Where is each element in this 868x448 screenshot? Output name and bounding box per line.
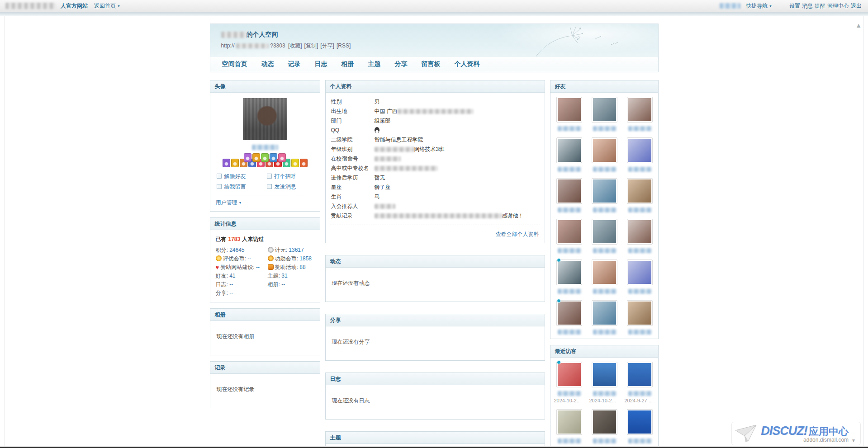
friend-avatar[interactable] [592, 300, 617, 326]
stats-box-header: 统计信息 [210, 218, 320, 230]
nav-tab-5[interactable]: 主题 [368, 60, 381, 68]
discuz-appcenter-logo[interactable]: DISCUZ! 应用中心 addon.dismall.com ▼ [731, 422, 861, 445]
field-text: 网络技术3班 [414, 146, 445, 152]
action-box-icon [267, 184, 272, 189]
url-action-0[interactable]: [收藏] [288, 42, 302, 49]
avatar-action-3[interactable]: 发送消息 [267, 183, 315, 191]
url-action-3[interactable]: [RSS] [337, 42, 351, 49]
nav-tab-1[interactable]: 动态 [261, 60, 274, 68]
user-manage-menu[interactable]: 用户管理▼ [216, 199, 242, 206]
blurred-text [593, 207, 617, 212]
space-title-suffix: 的个人空间 [247, 31, 278, 38]
view-all-profile-link[interactable]: 查看全部个人资料 [496, 231, 539, 237]
friend-avatar[interactable] [627, 97, 653, 123]
friend-avatar[interactable] [556, 97, 582, 123]
visitor-avatar[interactable] [592, 362, 617, 387]
topbar-link-1[interactable]: 消息 [802, 3, 813, 9]
topbar-link-0[interactable]: 设置 [789, 3, 800, 9]
avatar-action-0[interactable]: 解除好友 [217, 173, 265, 180]
scroll-to-top-icon[interactable]: ▲ [855, 22, 862, 29]
blog-box: 日志 现在还没有日志 [325, 373, 545, 420]
url-prefix: http:// [221, 42, 235, 49]
stat-value[interactable]: -- [256, 264, 260, 270]
threads-box-header: 主题 [326, 432, 545, 444]
stat-value[interactable]: -- [229, 281, 233, 288]
url-action-2[interactable]: [分享] [320, 42, 334, 49]
blurred-text [558, 391, 581, 396]
friend-avatar[interactable] [627, 300, 653, 326]
visitor-avatar[interactable] [627, 409, 653, 435]
stat-label: 评优会币: [223, 255, 248, 262]
content-wrapper: 的个人空间 http:// ?3303 [收藏][复制][分享][RSS] 空间… [5, 16, 863, 446]
nav-tab-7[interactable]: 留言板 [422, 60, 441, 68]
blurred-text [593, 439, 617, 443]
friend-avatar[interactable] [556, 300, 582, 326]
nav-tab-4[interactable]: 相册 [342, 60, 354, 68]
avatar-action-2[interactable]: 给我留言 [217, 183, 265, 191]
friend-avatar[interactable] [592, 137, 617, 163]
friend-avatar[interactable] [592, 219, 617, 245]
nav-tab-8[interactable]: 个人资料 [455, 60, 480, 68]
friend-avatar[interactable] [627, 259, 653, 285]
stat-value[interactable]: -- [281, 281, 285, 288]
friend-avatar[interactable] [592, 259, 617, 285]
friend-avatar[interactable] [556, 137, 582, 163]
stat-value[interactable]: -- [247, 255, 251, 262]
topbar-link-4[interactable]: 退出 [851, 3, 862, 9]
profile-field-12: 贡献记录感谢他！ [330, 211, 540, 221]
left-column: 头像 解除好友打个招呼给我留言发送消息 用户管理▼ [210, 80, 320, 414]
visitor-item-4: 2024-9-12 ... [588, 408, 621, 446]
stat-value[interactable]: 1858 [299, 255, 312, 262]
stat-item-5: 赞助活动: 88 [268, 264, 314, 271]
url-action-1[interactable]: [复制] [304, 42, 318, 49]
blurred-text [593, 391, 617, 396]
blurred-text [558, 330, 581, 335]
friend-avatar[interactable] [627, 178, 653, 204]
space-banner: 的个人空间 http:// ?3303 [收藏][复制][分享][RSS] 空间… [210, 24, 659, 72]
profile-field-9: 星座狮子座 [330, 183, 540, 192]
friend-avatar[interactable] [592, 97, 617, 123]
visitor-avatar[interactable] [592, 409, 617, 435]
visitor-avatar[interactable] [556, 362, 582, 387]
friend-avatar[interactable] [556, 259, 582, 285]
field-label: QQ [331, 126, 375, 135]
field-value: 网络技术3班 [375, 146, 445, 152]
qq-icon[interactable] [375, 127, 379, 133]
visitors-box-header: 最近访客 [550, 345, 658, 358]
feed-box-header: 动态 [326, 255, 545, 268]
feed-empty-text: 现在还没有动态 [330, 272, 540, 297]
topbar-link-3[interactable]: 管理中心 [827, 3, 849, 9]
stat-value[interactable]: -- [229, 290, 233, 296]
quick-nav-menu[interactable]: 快捷导航▼ [746, 2, 772, 10]
medal-icon [244, 153, 251, 162]
friend-avatar[interactable] [627, 137, 653, 163]
gold-coin-icon [216, 255, 222, 261]
friend-avatar[interactable] [556, 219, 582, 245]
topbar-link-2[interactable]: 提醒 [815, 3, 825, 9]
visitor-item-2: 2024-9-27 ... [624, 360, 656, 407]
avatar-action-1[interactable]: 打个招呼 [267, 173, 315, 180]
friend-item-4 [588, 136, 621, 176]
blurred-text [558, 167, 581, 172]
nav-tab-3[interactable]: 日志 [315, 60, 327, 68]
field-label: 星座 [331, 183, 375, 192]
profile-avatar[interactable] [243, 98, 287, 140]
stat-value[interactable]: 31 [281, 273, 287, 279]
nav-tab-2[interactable]: 记录 [288, 60, 301, 68]
stat-value[interactable]: 24645 [229, 247, 244, 253]
visitor-avatar[interactable] [556, 409, 582, 435]
stat-item-9: 相册: -- [268, 281, 314, 288]
friend-avatar[interactable] [556, 178, 582, 204]
nav-tab-6[interactable]: 分享 [395, 60, 408, 68]
stat-value[interactable]: 41 [229, 273, 235, 279]
share-empty-text: 现在还没有分享 [330, 331, 540, 356]
stat-value[interactable]: 13617 [289, 247, 304, 253]
space-owner-name-blurred [221, 32, 247, 38]
visitor-avatar[interactable] [627, 362, 653, 387]
back-home-link[interactable]: 返回首页▼ [94, 2, 120, 10]
blurred-text [628, 289, 652, 294]
nav-tab-0[interactable]: 空间首页 [222, 60, 247, 68]
friend-avatar[interactable] [592, 178, 617, 204]
stat-value[interactable]: 88 [299, 264, 305, 270]
friend-avatar[interactable] [627, 219, 653, 245]
